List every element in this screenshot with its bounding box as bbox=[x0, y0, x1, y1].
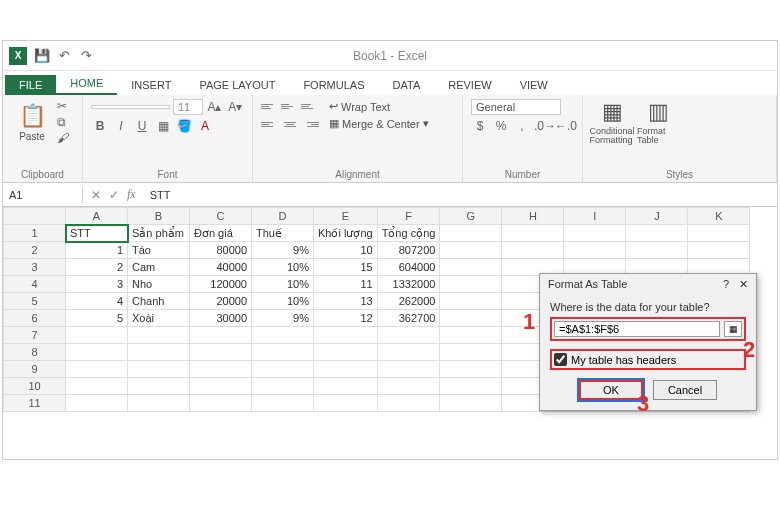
cell[interactable]: 30000 bbox=[190, 310, 252, 327]
cell[interactable] bbox=[128, 344, 190, 361]
name-box[interactable]: A1 bbox=[3, 187, 83, 203]
decrease-decimal-icon[interactable]: ←.0 bbox=[555, 119, 573, 133]
cell[interactable]: Xoài bbox=[128, 310, 190, 327]
cell[interactable] bbox=[66, 344, 128, 361]
undo-icon[interactable]: ↶ bbox=[53, 48, 75, 63]
align-right-icon[interactable] bbox=[301, 117, 319, 131]
merge-center-button[interactable]: ▦Merge & Center ▾ bbox=[329, 117, 429, 130]
cell[interactable]: 12 bbox=[314, 310, 378, 327]
cell[interactable]: 3 bbox=[66, 276, 128, 293]
cell[interactable] bbox=[66, 378, 128, 395]
row-header[interactable]: 6 bbox=[4, 310, 66, 327]
cell[interactable] bbox=[252, 395, 314, 412]
cell[interactable] bbox=[440, 361, 502, 378]
cell[interactable]: Khối lượng bbox=[314, 225, 378, 242]
cell[interactable] bbox=[626, 242, 688, 259]
cell[interactable] bbox=[128, 378, 190, 395]
cell[interactable] bbox=[440, 276, 502, 293]
cell[interactable]: 80000 bbox=[190, 242, 252, 259]
cell[interactable] bbox=[252, 327, 314, 344]
cell[interactable] bbox=[440, 344, 502, 361]
select-all-corner[interactable] bbox=[4, 208, 66, 225]
align-top-icon[interactable] bbox=[261, 99, 279, 113]
cell[interactable]: Sản phẩm bbox=[128, 225, 190, 242]
redo-icon[interactable]: ↷ bbox=[75, 48, 97, 63]
row-header[interactable]: 7 bbox=[4, 327, 66, 344]
tab-home[interactable]: HOME bbox=[56, 73, 117, 95]
cell[interactable]: 13 bbox=[314, 293, 378, 310]
dialog-close-icon[interactable]: ✕ bbox=[739, 278, 748, 290]
cell[interactable] bbox=[626, 225, 688, 242]
cell[interactable]: Chanh bbox=[128, 293, 190, 310]
tab-review[interactable]: REVIEW bbox=[434, 75, 505, 95]
cell[interactable]: 10% bbox=[252, 259, 314, 276]
cell[interactable] bbox=[66, 361, 128, 378]
cell[interactable]: 362700 bbox=[377, 310, 440, 327]
wrap-text-button[interactable]: ↩Wrap Text bbox=[329, 100, 429, 113]
cell[interactable] bbox=[252, 344, 314, 361]
cell[interactable] bbox=[314, 395, 378, 412]
cell[interactable]: 604000 bbox=[377, 259, 440, 276]
cell[interactable] bbox=[440, 310, 502, 327]
cell[interactable]: 20000 bbox=[190, 293, 252, 310]
cell[interactable] bbox=[190, 361, 252, 378]
cell[interactable] bbox=[190, 378, 252, 395]
cell[interactable] bbox=[66, 327, 128, 344]
row-header[interactable]: 4 bbox=[4, 276, 66, 293]
align-middle-icon[interactable] bbox=[281, 99, 299, 113]
increase-decimal-icon[interactable]: .0→ bbox=[534, 119, 552, 133]
tab-file[interactable]: FILE bbox=[5, 75, 56, 95]
cell[interactable]: Tổng cộng bbox=[377, 225, 440, 242]
cell[interactable] bbox=[377, 378, 440, 395]
cell[interactable] bbox=[440, 242, 502, 259]
formatpainter-icon[interactable]: 🖌 bbox=[57, 131, 69, 145]
cell[interactable]: 40000 bbox=[190, 259, 252, 276]
font-size-select[interactable]: 11 bbox=[173, 99, 203, 115]
cell[interactable]: Đơn giá bbox=[190, 225, 252, 242]
col-header[interactable]: J bbox=[626, 208, 688, 225]
col-header[interactable]: I bbox=[564, 208, 626, 225]
cell[interactable] bbox=[377, 344, 440, 361]
cell[interactable]: 1 bbox=[66, 242, 128, 259]
cell[interactable] bbox=[314, 344, 378, 361]
dialog-help-icon[interactable]: ? bbox=[723, 278, 729, 290]
col-header[interactable]: H bbox=[502, 208, 564, 225]
cell[interactable] bbox=[252, 378, 314, 395]
formula-input[interactable]: STT bbox=[144, 187, 777, 203]
col-header[interactable]: D bbox=[252, 208, 314, 225]
cell[interactable] bbox=[502, 225, 564, 242]
save-icon[interactable]: 💾 bbox=[31, 48, 53, 63]
cell[interactable]: 262000 bbox=[377, 293, 440, 310]
cell[interactable] bbox=[440, 395, 502, 412]
headers-checkbox-row[interactable]: My table has headers bbox=[550, 349, 746, 370]
tab-pagelayout[interactable]: PAGE LAYOUT bbox=[185, 75, 289, 95]
cell[interactable] bbox=[314, 378, 378, 395]
cell[interactable]: Cam bbox=[128, 259, 190, 276]
number-format-select[interactable]: General bbox=[471, 99, 561, 115]
row-header[interactable]: 3 bbox=[4, 259, 66, 276]
cell[interactable] bbox=[440, 327, 502, 344]
col-header[interactable]: F bbox=[377, 208, 440, 225]
cell[interactable] bbox=[314, 361, 378, 378]
conditional-formatting-button[interactable]: ▦Conditional Formatting bbox=[591, 99, 633, 145]
italic-button[interactable]: I bbox=[112, 119, 130, 133]
tab-data[interactable]: DATA bbox=[379, 75, 435, 95]
cell[interactable] bbox=[564, 242, 626, 259]
tab-view[interactable]: VIEW bbox=[506, 75, 562, 95]
cell[interactable]: STT bbox=[66, 225, 128, 242]
row-header[interactable]: 9 bbox=[4, 361, 66, 378]
headers-checkbox[interactable] bbox=[554, 353, 567, 366]
format-as-table-button[interactable]: ▥Format Table bbox=[637, 99, 679, 145]
cell[interactable] bbox=[440, 378, 502, 395]
range-picker-icon[interactable]: ▦ bbox=[724, 321, 742, 337]
cell[interactable] bbox=[440, 225, 502, 242]
cell[interactable]: 4 bbox=[66, 293, 128, 310]
decrease-font-icon[interactable]: A▾ bbox=[226, 100, 244, 114]
cell[interactable] bbox=[377, 361, 440, 378]
col-header[interactable]: B bbox=[128, 208, 190, 225]
cell[interactable] bbox=[440, 293, 502, 310]
cell[interactable]: 15 bbox=[314, 259, 378, 276]
cell[interactable]: 9% bbox=[252, 242, 314, 259]
cell[interactable] bbox=[314, 327, 378, 344]
row-header[interactable]: 2 bbox=[4, 242, 66, 259]
